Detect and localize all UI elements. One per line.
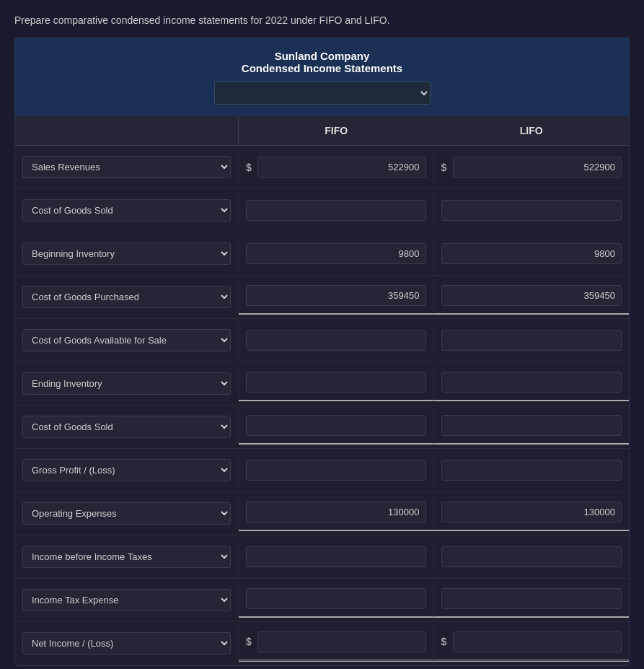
card-header: Sunland Company Condensed Income Stateme…	[15, 38, 629, 116]
lifo-input-cost-of-goods-purchased[interactable]	[441, 285, 622, 306]
fifo-cell-income-before-taxes	[239, 541, 434, 573]
lifo-input-sales-revenues[interactable]	[453, 157, 622, 178]
lifo-cell-income-before-taxes	[434, 541, 630, 573]
year-select[interactable]: For the Year Ended December 31, 2022	[214, 82, 431, 105]
label-cell-income-before-taxes: Sales RevenuesCost of Goods SoldBeginnin…	[15, 540, 239, 574]
label-cell-cost-of-goods-available: Sales RevenuesCost of Goods SoldBeginnin…	[15, 323, 239, 357]
label-select-cost-of-goods-available[interactable]: Sales RevenuesCost of Goods SoldBeginnin…	[22, 329, 231, 351]
label-select-cost-of-goods-sold-header[interactable]: Sales RevenuesCost of Goods SoldBeginnin…	[22, 199, 231, 222]
label-select-beginning-inventory[interactable]: Sales RevenuesCost of Goods SoldBeginnin…	[22, 242, 231, 265]
label-select-ending-inventory[interactable]: Sales RevenuesCost of Goods SoldBeginnin…	[22, 372, 231, 395]
table-row: Sales RevenuesCost of Goods SoldBeginnin…	[15, 535, 629, 579]
label-cell-sales-revenues: Sales RevenuesCost of Goods SoldBeginnin…	[15, 150, 239, 184]
lifo-input-income-before-taxes[interactable]	[441, 546, 622, 567]
fifo-col-header: FIFO	[239, 116, 434, 145]
label-cell-operating-expenses: Sales RevenuesCost of Goods SoldBeginnin…	[15, 497, 239, 530]
label-select-cost-of-goods-sold[interactable]: Sales RevenuesCost of Goods SoldBeginnin…	[22, 416, 231, 438]
fifo-dollar-sales-revenues: $	[246, 162, 253, 173]
label-select-gross-profit[interactable]: Sales RevenuesCost of Goods SoldBeginnin…	[22, 459, 231, 481]
label-select-operating-expenses[interactable]: Sales RevenuesCost of Goods SoldBeginnin…	[22, 502, 231, 525]
fifo-input-income-tax-expense[interactable]	[246, 588, 426, 609]
table-row: Sales RevenuesCost of Goods SoldBeginnin…	[15, 146, 629, 189]
fifo-cell-operating-expenses	[239, 496, 434, 531]
lifo-col-header: LIFO	[434, 116, 630, 145]
label-cell-beginning-inventory: Sales RevenuesCost of Goods SoldBeginnin…	[15, 237, 239, 271]
statement-title: Condensed Income Statements	[27, 62, 617, 74]
column-headers: FIFO LIFO	[15, 116, 629, 146]
fifo-cell-net-income: $	[239, 626, 434, 662]
fifo-input-net-income[interactable]	[257, 631, 426, 652]
fifo-cell-cost-of-goods-sold-header	[239, 194, 434, 227]
lifo-input-cost-of-goods-sold[interactable]	[441, 415, 622, 436]
lifo-input-operating-expenses[interactable]	[441, 502, 622, 522]
lifo-cell-gross-profit	[434, 454, 630, 486]
fifo-input-gross-profit[interactable]	[246, 460, 426, 481]
label-select-net-income[interactable]: Sales RevenuesCost of Goods SoldBeginnin…	[22, 632, 231, 655]
lifo-cell-sales-revenues: $	[434, 151, 630, 183]
lifo-input-beginning-inventory[interactable]	[441, 243, 622, 264]
lifo-cell-cost-of-goods-sold-header	[434, 194, 630, 227]
fifo-cell-sales-revenues: $	[239, 151, 434, 183]
table-row: Sales RevenuesCost of Goods SoldBeginnin…	[15, 276, 629, 319]
lifo-input-gross-profit[interactable]	[441, 460, 622, 481]
label-cell-cost-of-goods-sold-header: Sales RevenuesCost of Goods SoldBeginnin…	[15, 193, 239, 227]
instructions-text: Prepare comparative condensed income sta…	[14, 14, 630, 26]
label-select-cost-of-goods-purchased[interactable]: Sales RevenuesCost of Goods SoldBeginnin…	[22, 286, 231, 308]
fifo-input-ending-inventory[interactable]	[246, 372, 426, 393]
fifo-cell-cost-of-goods-purchased	[239, 279, 434, 315]
table-row: Sales RevenuesCost of Goods SoldBeginnin…	[15, 319, 629, 362]
fifo-input-beginning-inventory[interactable]	[246, 243, 426, 264]
label-cell-net-income: Sales RevenuesCost of Goods SoldBeginnin…	[15, 626, 239, 660]
lifo-cell-beginning-inventory	[434, 237, 630, 270]
company-name: Sunland Company	[27, 50, 617, 62]
table-row: Sales RevenuesCost of Goods SoldBeginnin…	[15, 189, 629, 232]
label-select-income-tax-expense[interactable]: Sales RevenuesCost of Goods SoldBeginnin…	[22, 589, 231, 611]
label-cell-gross-profit: Sales RevenuesCost of Goods SoldBeginnin…	[15, 453, 239, 487]
fifo-cell-gross-profit	[239, 454, 434, 486]
lifo-cell-income-tax-expense	[434, 582, 630, 618]
table-row: Sales RevenuesCost of Goods SoldBeginnin…	[15, 579, 629, 622]
fifo-input-sales-revenues[interactable]	[257, 157, 426, 178]
lifo-input-cost-of-goods-sold-header[interactable]	[441, 200, 622, 221]
fifo-cell-ending-inventory	[239, 366, 434, 401]
fifo-input-cost-of-goods-available[interactable]	[246, 330, 426, 351]
fifo-input-operating-expenses[interactable]	[246, 502, 426, 522]
fifo-dollar-net-income: $	[246, 636, 253, 647]
table-row: Sales RevenuesCost of Goods SoldBeginnin…	[15, 492, 629, 535]
fifo-cell-beginning-inventory	[239, 237, 434, 270]
lifo-cell-cost-of-goods-sold	[434, 409, 630, 445]
lifo-cell-cost-of-goods-available	[434, 324, 630, 357]
label-select-sales-revenues[interactable]: Sales RevenuesCost of Goods SoldBeginnin…	[22, 156, 231, 178]
lifo-cell-net-income: $	[434, 626, 630, 662]
label-cell-income-tax-expense: Sales RevenuesCost of Goods SoldBeginnin…	[15, 583, 239, 617]
table-row: Sales RevenuesCost of Goods SoldBeginnin…	[15, 232, 629, 276]
table-body: Sales RevenuesCost of Goods SoldBeginnin…	[15, 146, 629, 665]
lifo-dollar-net-income: $	[441, 636, 449, 647]
fifo-input-income-before-taxes[interactable]	[246, 546, 426, 567]
lifo-input-net-income[interactable]	[453, 631, 622, 652]
lifo-cell-ending-inventory	[434, 366, 630, 401]
fifo-input-cost-of-goods-sold-header[interactable]	[246, 200, 426, 221]
label-col-header	[15, 116, 239, 145]
label-cell-cost-of-goods-purchased: Sales RevenuesCost of Goods SoldBeginnin…	[15, 280, 239, 314]
table-row: Sales RevenuesCost of Goods SoldBeginnin…	[15, 622, 629, 665]
lifo-input-cost-of-goods-available[interactable]	[441, 330, 622, 351]
label-cell-ending-inventory: Sales RevenuesCost of Goods SoldBeginnin…	[15, 367, 239, 401]
fifo-input-cost-of-goods-purchased[interactable]	[246, 285, 426, 306]
table-row: Sales RevenuesCost of Goods SoldBeginnin…	[15, 362, 629, 406]
fifo-cell-cost-of-goods-available	[239, 324, 434, 357]
table-row: Sales RevenuesCost of Goods SoldBeginnin…	[15, 406, 629, 449]
lifo-input-ending-inventory[interactable]	[441, 372, 622, 393]
label-cell-cost-of-goods-sold: Sales RevenuesCost of Goods SoldBeginnin…	[15, 410, 239, 444]
income-statement-card: Sunland Company Condensed Income Stateme…	[14, 38, 630, 666]
fifo-cell-cost-of-goods-sold	[239, 409, 434, 445]
lifo-cell-cost-of-goods-purchased	[434, 279, 630, 315]
label-select-income-before-taxes[interactable]: Sales RevenuesCost of Goods SoldBeginnin…	[22, 546, 231, 568]
lifo-input-income-tax-expense[interactable]	[441, 588, 622, 609]
lifo-cell-operating-expenses	[434, 496, 630, 531]
fifo-input-cost-of-goods-sold[interactable]	[246, 415, 426, 436]
fifo-cell-income-tax-expense	[239, 582, 434, 618]
table-row: Sales RevenuesCost of Goods SoldBeginnin…	[15, 449, 629, 492]
lifo-dollar-sales-revenues: $	[441, 162, 449, 173]
